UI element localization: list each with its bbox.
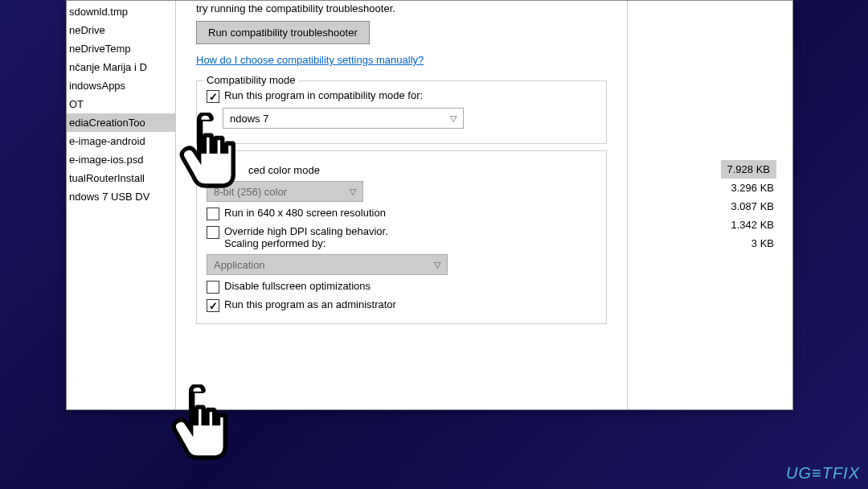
file-size: 3 KB	[721, 234, 777, 253]
list-item[interactable]: e-image-android	[67, 132, 175, 150]
help-link[interactable]: How do I choose compatibility settings m…	[196, 54, 607, 66]
properties-dialog: try running the compatibility troublesho…	[175, 1, 628, 410]
explorer-window: sdownld.tmp neDrive neDriveTemp nčanje M…	[66, 0, 793, 410]
file-size: 3.296 KB	[721, 179, 777, 197]
file-size: 7.928 KB	[721, 160, 777, 179]
run-troubleshooter-button[interactable]: Run compatibility troubleshooter	[196, 21, 370, 44]
watermark-text: UG≡TFIX	[786, 464, 860, 483]
compatibility-mode-group: Compatibility mode Run this program in c…	[196, 80, 607, 144]
list-item[interactable]: indowsApps	[67, 76, 175, 95]
list-item[interactable]: nčanje Marija i D	[67, 58, 175, 76]
list-item[interactable]: neDriveTemp	[67, 39, 175, 58]
compat-mode-label: Run this program in compatibility mode f…	[224, 89, 423, 101]
reduced-color-label: ced color mode	[248, 164, 320, 176]
list-item-selected[interactable]: ediaCreationToo	[67, 113, 175, 132]
color-mode-combo: 8-bit (256) color ▽	[207, 181, 363, 202]
dpi-override-label: Override high DPI scaling behavior. Scal…	[224, 225, 388, 249]
compat-mode-checkbox[interactable]	[207, 90, 219, 103]
chevron-down-icon: ▽	[350, 187, 356, 197]
resolution-checkbox[interactable]	[207, 208, 219, 220]
combo-value: Application	[214, 259, 265, 271]
os-version-combo[interactable]: ndows 7 ▽	[223, 108, 464, 129]
settings-group: ced color mode 8-bit (256) color ▽ Run i…	[196, 150, 607, 324]
list-item[interactable]: sdownld.tmp	[67, 2, 175, 21]
disable-fullscreen-checkbox[interactable]	[207, 281, 219, 294]
group-legend: Compatibility mode	[203, 74, 299, 86]
dpi-override-checkbox[interactable]	[207, 226, 219, 239]
file-list: sdownld.tmp neDrive neDriveTemp nčanje M…	[67, 1, 175, 206]
file-size: 1.342 KB	[721, 216, 777, 234]
list-item[interactable]: OT	[67, 95, 175, 113]
combo-value: 8-bit (256) color	[214, 186, 287, 198]
run-as-admin-label: Run this program as an administrator	[224, 298, 396, 310]
list-item[interactable]: e-image-ios.psd	[67, 150, 175, 169]
scaling-combo: Application ▽	[207, 254, 448, 275]
intro-text: try running the compatibility troublesho…	[196, 2, 607, 14]
file-size: 3.087 KB	[721, 197, 777, 216]
list-item[interactable]: ndows 7 USB DV	[67, 187, 175, 206]
chevron-down-icon: ▽	[450, 113, 457, 124]
list-item[interactable]: neDrive	[67, 21, 175, 39]
resolution-label: Run in 640 x 480 screen resolution	[224, 207, 386, 219]
file-size-column: 7.928 KB 3.296 KB 3.087 KB 1.342 KB 3 KB	[721, 160, 777, 253]
combo-value: ndows 7	[230, 113, 268, 125]
run-as-admin-checkbox[interactable]	[207, 299, 219, 312]
disable-fullscreen-label: Disable fullscreen optimizations	[224, 280, 371, 292]
chevron-down-icon: ▽	[434, 260, 440, 270]
list-item[interactable]: tualRouterInstall	[67, 169, 175, 187]
